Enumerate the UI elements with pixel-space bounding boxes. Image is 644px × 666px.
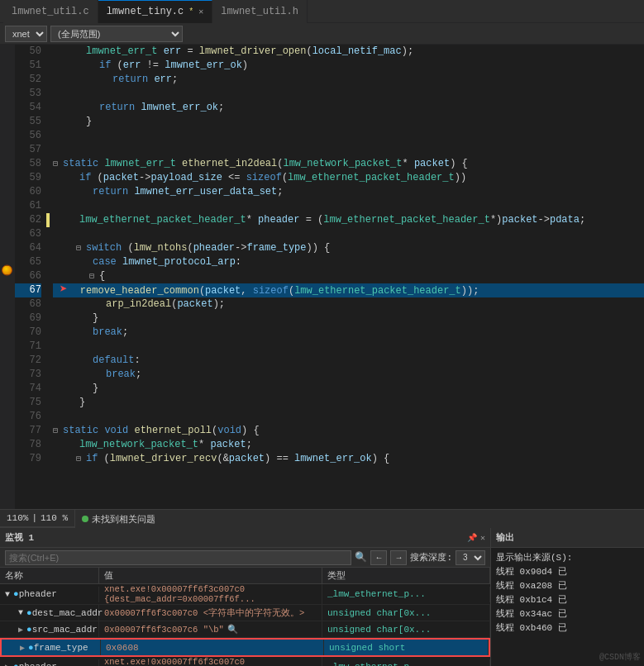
code-line-77: ⊟static void ethernet_poll(void) { [53, 424, 644, 438]
output-line-1: 线程 0x90d4 已 [496, 565, 639, 579]
fold-icon-64[interactable]: ⊟ [76, 241, 86, 255]
bookmark-gutter [0, 45, 15, 509]
tab-lmwnet-tiny-c[interactable]: lmwnet_tiny.c * ✕ [98, 0, 213, 23]
watch-cell-type: _lmw_ethernet_p... [322, 587, 490, 602]
watch-panel-header: 监视 1 📌 ✕ [0, 528, 490, 548]
code-line-63 [53, 227, 644, 241]
output-panel-header: 输出 [491, 528, 644, 548]
execution-arrow: ➤ [60, 283, 68, 297]
var-icon: ● [13, 589, 19, 599]
code-line-76 [53, 410, 644, 424]
watch-row-pheader2[interactable]: ▶ ● pheader xnet.exe!0x00007ff6f3c007c0 … [0, 657, 490, 666]
search-next-button[interactable]: → [390, 550, 407, 565]
watch-cell-name: ▶ ● frame_type [2, 640, 101, 655]
watch-cell-type: unsigned char[0x... [322, 621, 490, 637]
watch-search-input[interactable] [5, 550, 351, 565]
collapse-icon[interactable]: ▶ [20, 643, 25, 653]
code-line-73: break; [53, 368, 644, 382]
fold-icon-66[interactable]: ⊟ [89, 269, 99, 283]
bottom-panel: 监视 1 📌 ✕ 🔍 ← → 搜索深度: 3 1 2 5 [0, 527, 644, 666]
tab-label: lmwnet_util.c [12, 6, 89, 17]
tab-close-button[interactable]: ✕ [198, 7, 203, 17]
code-line-69: } [53, 312, 644, 326]
code-line-56 [53, 129, 644, 143]
watch-search-bar: 🔍 ← → 搜索深度: 3 1 2 5 [0, 548, 490, 568]
search-depth-select[interactable]: 3 1 2 5 [456, 550, 485, 565]
collapse-icon[interactable]: ▶ [18, 625, 23, 635]
scope-dropdown[interactable]: (全局范围) [50, 26, 183, 42]
watch-cell-name: ▼ ● dest_mac_addr [0, 605, 99, 621]
search-depth-label: 搜索深度: [410, 551, 452, 564]
watch-cell-value: 0x0608 [101, 640, 324, 655]
fold-icon-58[interactable]: ⊟ [53, 157, 63, 171]
output-line-4: 线程 0x34ac 已 [496, 607, 639, 621]
watch-row-pheader[interactable]: ▼ ● pheader xnet.exe!0x00007ff6f3c007c0 … [0, 584, 490, 605]
code-content[interactable]: lmwnet_err_t err = lmwnet_driver_open(lo… [50, 45, 644, 509]
code-line-65: case lmwnet_protocol_arp: [53, 255, 644, 269]
line-numbers: 50 51 52 53 54 55 56 57 58 59 60 61 62 6… [15, 45, 46, 509]
zoom-value: 110% [7, 513, 28, 523]
watch-cell-name: ▼ ● pheader [0, 587, 99, 602]
search-prev-button[interactable]: ← [370, 550, 387, 565]
zoom-value2: 110 % [41, 513, 68, 523]
output-source-label: 显示输出来源(S): [496, 551, 639, 565]
watch-table: ▼ ● pheader xnet.exe!0x00007ff6f3c007c0 … [0, 584, 490, 666]
col-name-header: 名称 [0, 568, 99, 584]
code-editor: 50 51 52 53 54 55 56 57 58 59 60 61 62 6… [0, 45, 644, 509]
code-line-57 [53, 143, 644, 157]
code-line-75: } [53, 396, 644, 410]
watch-panel-title: 监视 1 [5, 531, 34, 544]
code-line-61 [53, 199, 644, 213]
code-line-78: lmw_network_packet_t* packet; [53, 438, 644, 452]
code-line-70: break; [53, 326, 644, 340]
code-line-67: ➤ remove_header_common(packet, sizeof(lm… [53, 283, 644, 297]
tab-bar: lmwnet_util.c lmwnet_tiny.c * ✕ lmwnet_u… [0, 0, 644, 23]
fold-icon-77[interactable]: ⊟ [53, 424, 63, 438]
watch-cell-value: xnet.exe!0x00007ff6f3c007c0 {dest_mac_ad… [99, 584, 322, 604]
status-bar: 110% | 110 % 未找到相关问题 [0, 509, 644, 527]
output-line-3: 线程 0xb1c4 已 [496, 593, 639, 607]
var-icon: ● [26, 608, 32, 618]
var-icon: ● [28, 643, 34, 653]
col-value-header: 值 [99, 568, 322, 584]
panel-close-icon[interactable]: ✕ [480, 533, 485, 543]
watch-panel: 监视 1 📌 ✕ 🔍 ← → 搜索深度: 3 1 2 5 [0, 528, 491, 666]
watch-cell-value: xnet.exe!0x00007ff6f3c007c0 {dest_mac_ad… [99, 657, 322, 666]
tab-label: lmwnet_tiny.c [107, 6, 184, 17]
watch-cell-name: ▶ ● src_mac_addr [0, 621, 99, 637]
tab-modified-indicator: * [188, 7, 193, 17]
watch-row-frame-type[interactable]: ▶ ● frame_type 0x0608 unsigned short [0, 638, 490, 657]
watch-table-header: 名称 值 类型 [0, 568, 490, 584]
var-icon: ● [13, 662, 19, 666]
code-line-59: if (packet->payload_size <= sizeof(lmw_e… [53, 171, 644, 185]
code-line-62: lmw_ethernet_packet_header_t* pheader = … [53, 213, 644, 227]
expand-icon[interactable]: ▼ [5, 590, 10, 599]
code-line-55: } [53, 115, 644, 129]
tab-lmwnet-util-c[interactable]: lmwnet_util.c [3, 0, 98, 23]
output-panel-title: 输出 [496, 531, 514, 544]
expand-icon[interactable]: ▼ [18, 608, 23, 617]
code-line-79: ⊟if (lmwnet_driver_recv(&packet) == lmwn… [53, 452, 644, 466]
watch-row-dest-mac[interactable]: ▼ ● dest_mac_addr 0x00007ff6f3c007c0 <字符… [0, 605, 490, 621]
code-line-64: ⊟switch (lmw_ntohs(pheader->frame_type))… [53, 241, 644, 255]
status-green-dot [82, 516, 88, 522]
watch-cell-name: ▶ ● pheader [0, 659, 99, 667]
search-icon: 🔍 [355, 551, 367, 564]
search-in-memory-icon[interactable]: 🔍 [227, 624, 238, 635]
code-line-51: if (err != lmwnet_err_ok) [53, 59, 644, 73]
pin-icon[interactable]: 📌 [467, 533, 477, 543]
watch-row-src-mac[interactable]: ▶ ● src_mac_addr 0x00007ff6f3c007c6 "\b"… [0, 621, 490, 638]
breakpoint-icon[interactable] [2, 265, 12, 276]
tab-lmwnet-util-h[interactable]: lmwnet_util.h [212, 0, 308, 23]
watch-panel-controls: 📌 ✕ [467, 533, 485, 543]
watch-cell-value: 0x00007ff6f3c007c6 "\b" 🔍 [99, 621, 322, 637]
output-line-5: 线程 0xb460 已 [496, 621, 639, 635]
code-line-50: lmwnet_err_t err = lmwnet_driver_open(lo… [53, 45, 644, 59]
output-content: 显示输出来源(S): 线程 0x90d4 已 线程 0xa208 已 线程 0x… [491, 548, 644, 666]
file-dropdown[interactable]: xnet [5, 26, 47, 42]
fold-icon-79[interactable]: ⊟ [76, 452, 86, 466]
watch-cell-value: 0x00007ff6f3c007c0 <字符串中的字符无效。> [99, 605, 322, 621]
output-panel: 输出 显示输出来源(S): 线程 0x90d4 已 线程 0xa208 已 线程… [491, 528, 644, 666]
collapse-icon[interactable]: ▶ [5, 662, 10, 666]
editor-toolbar: xnet (全局范围) [0, 23, 644, 45]
